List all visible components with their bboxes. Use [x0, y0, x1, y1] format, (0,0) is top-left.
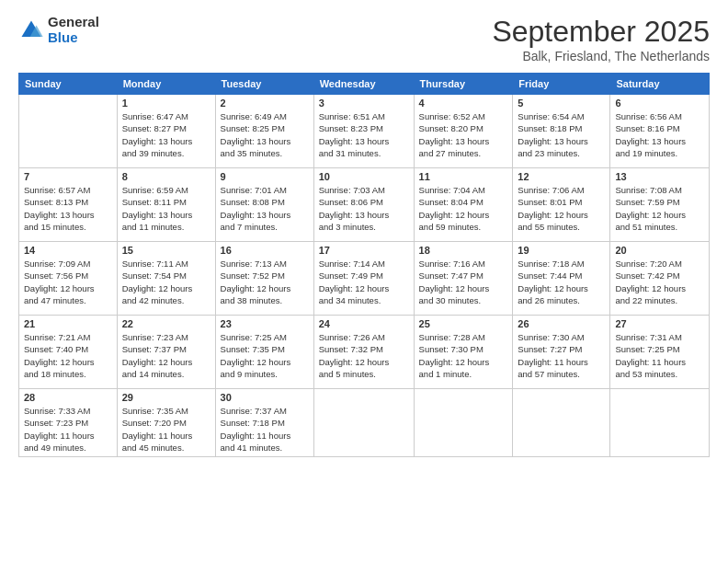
- table-row: 28Sunrise: 7:33 AM Sunset: 7:23 PM Dayli…: [19, 389, 118, 457]
- day-number: 20: [615, 245, 704, 256]
- page: General Blue September 2025 Balk, Friesl…: [0, 0, 728, 563]
- table-row: [19, 95, 118, 168]
- table-row: 17Sunrise: 7:14 AM Sunset: 7:49 PM Dayli…: [313, 242, 414, 316]
- col-thursday: Thursday: [414, 74, 513, 95]
- day-info: Sunrise: 7:03 AM Sunset: 8:06 PM Dayligh…: [319, 184, 409, 233]
- calendar-header-row: Sunday Monday Tuesday Wednesday Thursday…: [19, 74, 710, 95]
- day-number: 24: [319, 318, 409, 329]
- logo-icon: [18, 17, 44, 43]
- logo-text: General Blue: [48, 15, 99, 45]
- day-number: 5: [518, 98, 605, 109]
- day-info: Sunrise: 7:06 AM Sunset: 8:01 PM Dayligh…: [518, 184, 605, 233]
- table-row: [313, 389, 414, 457]
- day-number: 1: [122, 98, 210, 109]
- day-info: Sunrise: 7:23 AM Sunset: 7:37 PM Dayligh…: [122, 331, 210, 380]
- day-info: Sunrise: 7:09 AM Sunset: 7:56 PM Dayligh…: [24, 258, 112, 306]
- day-info: Sunrise: 6:47 AM Sunset: 8:27 PM Dayligh…: [122, 110, 210, 159]
- day-number: 8: [122, 171, 210, 182]
- day-number: 7: [24, 171, 112, 182]
- table-row: 6Sunrise: 6:56 AM Sunset: 8:16 PM Daylig…: [610, 95, 710, 168]
- day-info: Sunrise: 7:25 AM Sunset: 7:35 PM Dayligh…: [221, 331, 309, 380]
- day-number: 3: [319, 98, 409, 109]
- day-number: 18: [419, 245, 508, 256]
- table-row: 24Sunrise: 7:26 AM Sunset: 7:32 PM Dayli…: [313, 316, 414, 389]
- day-info: Sunrise: 7:28 AM Sunset: 7:30 PM Dayligh…: [419, 331, 508, 380]
- table-row: 21Sunrise: 7:21 AM Sunset: 7:40 PM Dayli…: [19, 316, 118, 389]
- table-row: 23Sunrise: 7:25 AM Sunset: 7:35 PM Dayli…: [215, 316, 313, 389]
- day-number: 9: [221, 171, 309, 182]
- day-info: Sunrise: 7:18 AM Sunset: 7:44 PM Dayligh…: [518, 258, 605, 306]
- col-saturday: Saturday: [610, 74, 710, 95]
- day-info: Sunrise: 7:20 AM Sunset: 7:42 PM Dayligh…: [615, 258, 704, 306]
- table-row: 27Sunrise: 7:31 AM Sunset: 7:25 PM Dayli…: [610, 316, 710, 389]
- day-info: Sunrise: 7:04 AM Sunset: 8:04 PM Dayligh…: [419, 184, 508, 233]
- table-row: 13Sunrise: 7:08 AM Sunset: 7:59 PM Dayli…: [610, 168, 710, 242]
- table-row: 9Sunrise: 7:01 AM Sunset: 8:08 PM Daylig…: [215, 168, 313, 242]
- table-row: 12Sunrise: 7:06 AM Sunset: 8:01 PM Dayli…: [513, 168, 610, 242]
- table-row: 26Sunrise: 7:30 AM Sunset: 7:27 PM Dayli…: [513, 316, 610, 389]
- location: Balk, Friesland, The Netherlands: [492, 49, 710, 63]
- day-number: 11: [419, 171, 508, 182]
- day-info: Sunrise: 7:08 AM Sunset: 7:59 PM Dayligh…: [615, 184, 704, 233]
- day-info: Sunrise: 6:54 AM Sunset: 8:18 PM Dayligh…: [518, 110, 605, 159]
- day-info: Sunrise: 7:30 AM Sunset: 7:27 PM Dayligh…: [518, 331, 605, 380]
- day-info: Sunrise: 7:37 AM Sunset: 7:18 PM Dayligh…: [221, 405, 309, 454]
- table-row: 30Sunrise: 7:37 AM Sunset: 7:18 PM Dayli…: [215, 389, 313, 457]
- table-row: 25Sunrise: 7:28 AM Sunset: 7:30 PM Dayli…: [414, 316, 513, 389]
- day-number: 17: [319, 245, 409, 256]
- col-wednesday: Wednesday: [313, 74, 414, 95]
- table-row: [414, 389, 513, 457]
- col-sunday: Sunday: [19, 74, 118, 95]
- table-row: 14Sunrise: 7:09 AM Sunset: 7:56 PM Dayli…: [19, 242, 118, 316]
- day-info: Sunrise: 7:14 AM Sunset: 7:49 PM Dayligh…: [319, 258, 409, 306]
- table-row: 18Sunrise: 7:16 AM Sunset: 7:47 PM Dayli…: [414, 242, 513, 316]
- table-row: 16Sunrise: 7:13 AM Sunset: 7:52 PM Dayli…: [215, 242, 313, 316]
- day-number: 13: [615, 171, 704, 182]
- table-row: 22Sunrise: 7:23 AM Sunset: 7:37 PM Dayli…: [117, 316, 215, 389]
- table-row: 8Sunrise: 6:59 AM Sunset: 8:11 PM Daylig…: [117, 168, 215, 242]
- table-row: 15Sunrise: 7:11 AM Sunset: 7:54 PM Dayli…: [117, 242, 215, 316]
- day-number: 28: [24, 392, 112, 403]
- table-row: 4Sunrise: 6:52 AM Sunset: 8:20 PM Daylig…: [414, 95, 513, 168]
- day-info: Sunrise: 7:11 AM Sunset: 7:54 PM Dayligh…: [122, 258, 210, 306]
- col-monday: Monday: [117, 74, 215, 95]
- day-info: Sunrise: 7:01 AM Sunset: 8:08 PM Dayligh…: [221, 184, 309, 233]
- day-number: 14: [24, 245, 112, 256]
- table-row: 29Sunrise: 7:35 AM Sunset: 7:20 PM Dayli…: [117, 389, 215, 457]
- table-row: 7Sunrise: 6:57 AM Sunset: 8:13 PM Daylig…: [19, 168, 118, 242]
- day-info: Sunrise: 6:52 AM Sunset: 8:20 PM Dayligh…: [419, 110, 508, 159]
- day-number: 26: [518, 318, 605, 329]
- day-info: Sunrise: 6:57 AM Sunset: 8:13 PM Dayligh…: [24, 184, 112, 233]
- table-row: 10Sunrise: 7:03 AM Sunset: 8:06 PM Dayli…: [313, 168, 414, 242]
- day-info: Sunrise: 6:56 AM Sunset: 8:16 PM Dayligh…: [615, 110, 704, 159]
- table-row: 5Sunrise: 6:54 AM Sunset: 8:18 PM Daylig…: [513, 95, 610, 168]
- col-tuesday: Tuesday: [215, 74, 313, 95]
- day-info: Sunrise: 7:21 AM Sunset: 7:40 PM Dayligh…: [24, 331, 112, 380]
- day-number: 15: [122, 245, 210, 256]
- day-info: Sunrise: 7:33 AM Sunset: 7:23 PM Dayligh…: [24, 405, 112, 454]
- day-info: Sunrise: 7:31 AM Sunset: 7:25 PM Dayligh…: [615, 331, 704, 380]
- day-number: 16: [221, 245, 309, 256]
- calendar: Sunday Monday Tuesday Wednesday Thursday…: [18, 73, 710, 457]
- table-row: 20Sunrise: 7:20 AM Sunset: 7:42 PM Dayli…: [610, 242, 710, 316]
- day-number: 21: [24, 318, 112, 329]
- table-row: [513, 389, 610, 457]
- day-number: 19: [518, 245, 605, 256]
- day-number: 23: [221, 318, 309, 329]
- day-number: 10: [319, 171, 409, 182]
- logo: General Blue: [18, 15, 99, 45]
- day-info: Sunrise: 7:26 AM Sunset: 7:32 PM Dayligh…: [319, 331, 409, 380]
- table-row: 2Sunrise: 6:49 AM Sunset: 8:25 PM Daylig…: [215, 95, 313, 168]
- day-number: 25: [419, 318, 508, 329]
- day-info: Sunrise: 6:51 AM Sunset: 8:23 PM Dayligh…: [319, 110, 409, 159]
- day-info: Sunrise: 6:59 AM Sunset: 8:11 PM Dayligh…: [122, 184, 210, 233]
- table-row: 3Sunrise: 6:51 AM Sunset: 8:23 PM Daylig…: [313, 95, 414, 168]
- logo-general: General: [48, 15, 99, 30]
- header: General Blue September 2025 Balk, Friesl…: [18, 15, 710, 63]
- table-row: 11Sunrise: 7:04 AM Sunset: 8:04 PM Dayli…: [414, 168, 513, 242]
- table-row: 1Sunrise: 6:47 AM Sunset: 8:27 PM Daylig…: [117, 95, 215, 168]
- day-info: Sunrise: 7:13 AM Sunset: 7:52 PM Dayligh…: [221, 258, 309, 306]
- table-row: 19Sunrise: 7:18 AM Sunset: 7:44 PM Dayli…: [513, 242, 610, 316]
- table-row: [610, 389, 710, 457]
- day-number: 27: [615, 318, 704, 329]
